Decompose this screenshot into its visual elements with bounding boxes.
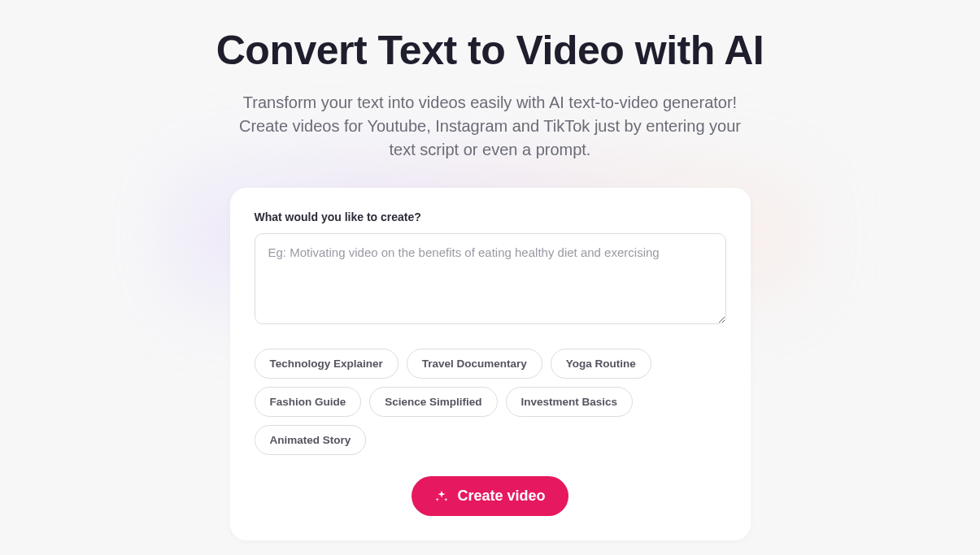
create-button-label: Create video <box>457 488 545 505</box>
chip-investment-basics[interactable]: Investment Basics <box>506 387 634 417</box>
chip-science-simplified[interactable]: Science Simplified <box>369 387 497 417</box>
main-container: Convert Text to Video with AI Transform … <box>0 0 980 540</box>
chip-animated-story[interactable]: Animated Story <box>255 425 367 455</box>
chip-yoga-routine[interactable]: Yoga Routine <box>551 349 651 379</box>
create-button-wrapper: Create video <box>255 476 726 516</box>
page-title: Convert Text to Video with AI <box>216 26 764 75</box>
suggestion-chips: Technology Explainer Travel Documentary … <box>255 349 726 455</box>
create-video-button[interactable]: Create video <box>412 476 568 516</box>
chip-technology-explainer[interactable]: Technology Explainer <box>255 349 399 379</box>
chip-travel-documentary[interactable]: Travel Documentary <box>407 349 542 379</box>
page-subtitle: Transform your text into videos easily w… <box>230 91 751 162</box>
prompt-card: What would you like to create? Technolog… <box>230 188 751 540</box>
prompt-label: What would you like to create? <box>255 210 726 223</box>
prompt-input[interactable] <box>255 233 726 324</box>
chip-fashion-guide[interactable]: Fashion Guide <box>255 387 362 417</box>
sparkle-icon <box>434 489 449 504</box>
